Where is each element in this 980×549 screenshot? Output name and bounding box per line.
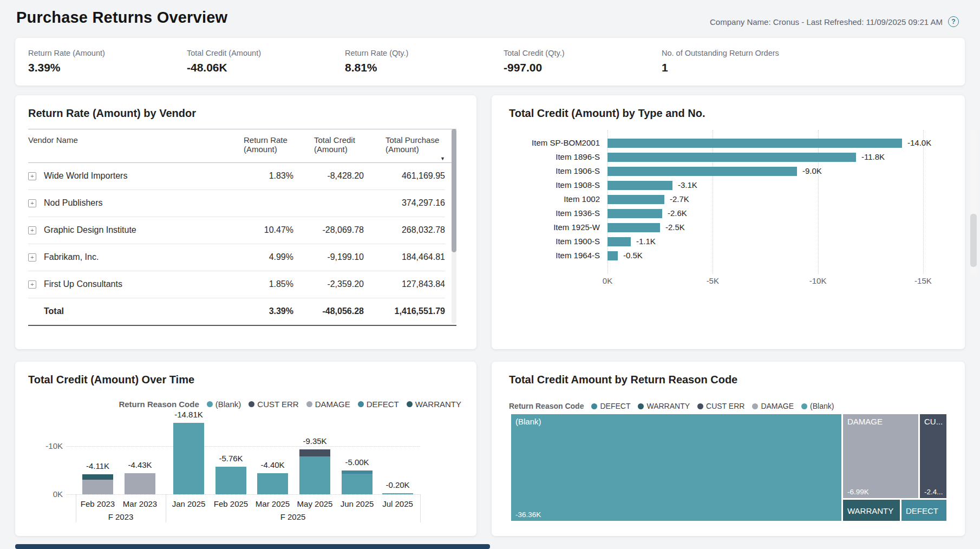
treemap-tile-defect[interactable]: DEFECT bbox=[901, 500, 946, 521]
vendor-cell: +First Up Consultants bbox=[28, 279, 218, 289]
bar[interactable] bbox=[607, 223, 660, 232]
total-purchase: 1,416,551.79 bbox=[364, 306, 445, 316]
bar[interactable] bbox=[607, 237, 631, 246]
treemap-tile-damage[interactable]: DAMAGE-6.99K bbox=[843, 414, 918, 498]
treemap-tile--blank-[interactable]: (Blank)-36.36K bbox=[511, 414, 841, 521]
chart-scrollbar-thumb[interactable] bbox=[970, 214, 977, 267]
vendor-name: Wide World Importers bbox=[44, 171, 127, 181]
treemap-tile-cust-err[interactable]: CU...-2.4... bbox=[920, 414, 946, 498]
kpi-value: -997.00 bbox=[504, 61, 565, 74]
treemap-tile-value: -36.36K bbox=[515, 511, 541, 519]
bar-segment-damage[interactable] bbox=[82, 480, 113, 494]
legend-item-cust-err[interactable]: CUST ERR bbox=[249, 400, 298, 409]
gridline bbox=[818, 130, 819, 274]
table-row[interactable]: +Graphic Design Institute10.47%-28,069.7… bbox=[28, 217, 445, 244]
bar-segment--blank-[interactable] bbox=[382, 493, 413, 494]
time-chart-legend: Return Reason Code (Blank)CUST ERRDAMAGE… bbox=[119, 400, 461, 409]
bar-segment--blank-[interactable] bbox=[299, 456, 330, 494]
bar-segment-damage[interactable] bbox=[125, 473, 155, 494]
bar-segment--blank-[interactable] bbox=[342, 474, 373, 494]
legend-item-damage[interactable]: DAMAGE bbox=[306, 400, 350, 409]
expand-icon[interactable]: + bbox=[28, 253, 36, 262]
page-horizontal-scrollbar-thumb[interactable] bbox=[15, 544, 490, 549]
bar[interactable] bbox=[607, 195, 664, 204]
column-header-total-credit[interactable]: Total Credit (Amount) bbox=[293, 135, 364, 154]
kpi-card: Return Rate (Amount) 3.39% Total Credit … bbox=[15, 38, 965, 86]
legend-item-defect[interactable]: DEFECT bbox=[591, 402, 630, 410]
kpi-value: 1 bbox=[662, 61, 779, 74]
x-axis-tick: -5K bbox=[694, 276, 731, 285]
expand-icon[interactable]: + bbox=[28, 226, 36, 234]
vendor-name: Graphic Design Institute bbox=[44, 225, 136, 235]
bar[interactable] bbox=[607, 181, 672, 190]
legend-dot bbox=[638, 403, 644, 409]
vendor-cell: +Nod Publishers bbox=[28, 198, 218, 208]
bar[interactable] bbox=[607, 251, 618, 260]
legend-item-warranty[interactable]: WARRANTY bbox=[407, 400, 461, 409]
legend-item-cust-err[interactable]: CUST ERR bbox=[697, 402, 744, 410]
table-row[interactable]: +Wide World Importers1.83%-8,428.20461,1… bbox=[28, 162, 445, 189]
total-purchase-cell: 268,032.78 bbox=[364, 225, 445, 235]
kpi-label: Total Credit (Qty.) bbox=[504, 49, 565, 57]
bar-total-label: -14.81K bbox=[165, 410, 213, 419]
bar-segment-defect[interactable] bbox=[342, 470, 373, 474]
column-header-total-purchase[interactable]: Total Purchase (Amount)▼ bbox=[364, 135, 445, 161]
kpi-return-rate-amount: Return Rate (Amount) 3.39% bbox=[28, 49, 105, 74]
x-axis-tick: May 2025 bbox=[291, 499, 339, 508]
legend-item-damage[interactable]: DAMAGE bbox=[752, 402, 794, 410]
row-separator bbox=[28, 189, 445, 190]
bar-segment--blank-[interactable] bbox=[215, 467, 246, 494]
legend-label: WARRANTY bbox=[415, 400, 461, 409]
bar-category-label: Item 1925-W bbox=[492, 223, 600, 232]
bar-category-label: Item 1896-S bbox=[492, 152, 600, 161]
column-header-vendor-name[interactable]: Vendor Name bbox=[28, 135, 218, 145]
treemap-tile-warranty[interactable]: WARRANTY bbox=[843, 500, 900, 521]
bar[interactable] bbox=[607, 153, 856, 162]
help-icon[interactable]: ? bbox=[948, 16, 959, 27]
kpi-value: 3.39% bbox=[28, 61, 105, 74]
axis-group-label: F 2023 bbox=[94, 512, 148, 521]
legend-title: Return Reason Code bbox=[509, 402, 584, 410]
legend-item-defect[interactable]: DEFECT bbox=[358, 400, 399, 409]
legend-label: DEFECT bbox=[600, 402, 630, 410]
legend-item-warranty[interactable]: WARRANTY bbox=[638, 402, 690, 410]
x-axis-tick: Jan 2025 bbox=[165, 499, 213, 508]
legend-title: Return Reason Code bbox=[119, 400, 199, 409]
total-purchase-cell: 374,297.16 bbox=[364, 198, 445, 208]
vendor-cell: +Wide World Importers bbox=[28, 171, 218, 181]
return-rate-cell: 10.47% bbox=[218, 225, 293, 235]
bar-total-label: -5.00K bbox=[333, 458, 382, 467]
bar-segment-cust-err[interactable] bbox=[299, 449, 330, 456]
expand-icon[interactable]: + bbox=[28, 199, 36, 207]
expand-icon[interactable]: + bbox=[28, 280, 36, 289]
x-axis-tick: Mar 2025 bbox=[249, 499, 297, 508]
expand-icon[interactable]: + bbox=[28, 172, 36, 180]
header-meta-group: Company Name: Cronus - Last Refreshed: 1… bbox=[710, 16, 959, 27]
bar-segment--blank-[interactable] bbox=[257, 473, 288, 494]
bar[interactable] bbox=[607, 139, 902, 148]
bar-category-label: Item 1964-S bbox=[492, 251, 600, 260]
bar-segment-warranty[interactable] bbox=[82, 474, 113, 480]
page-title: Purchase Returns Overview bbox=[16, 9, 227, 27]
table-total-row: Total3.39%-48,056.281,416,551.79 bbox=[28, 298, 445, 325]
legend-dot bbox=[752, 403, 758, 409]
table-row[interactable]: +First Up Consultants1.85%-2,359.20127,8… bbox=[28, 271, 445, 298]
table-scrollbar-thumb[interactable] bbox=[452, 129, 456, 252]
axis-group-separator bbox=[76, 494, 76, 522]
bar-segment--blank-[interactable] bbox=[173, 423, 204, 494]
axis-group-label: F 2025 bbox=[266, 512, 320, 521]
legend-item--blank-[interactable]: (Blank) bbox=[801, 402, 834, 410]
column-header-return-rate[interactable]: Return Rate (Amount) bbox=[218, 135, 293, 154]
bar[interactable] bbox=[607, 209, 662, 218]
bar[interactable] bbox=[607, 167, 797, 176]
y-axis-tick: -10K bbox=[30, 441, 63, 450]
bar-category-label: Item 1906-S bbox=[492, 166, 600, 175]
dashboard: Purchase Returns Overview Company Name: … bbox=[0, 0, 980, 549]
kpi-label: Total Credit (Amount) bbox=[187, 49, 261, 57]
table-row[interactable]: +Nod Publishers374,297.16 bbox=[28, 189, 445, 217]
legend-item--blank-[interactable]: (Blank) bbox=[207, 400, 241, 409]
table-row[interactable]: +Fabrikam, Inc.4.99%-9,199.10184,464.81 bbox=[28, 244, 445, 271]
vendor-name: First Up Consultants bbox=[44, 279, 122, 289]
treemap-tile-label: (Blank) bbox=[515, 417, 541, 426]
vendor-cell: +Fabrikam, Inc. bbox=[28, 252, 218, 262]
